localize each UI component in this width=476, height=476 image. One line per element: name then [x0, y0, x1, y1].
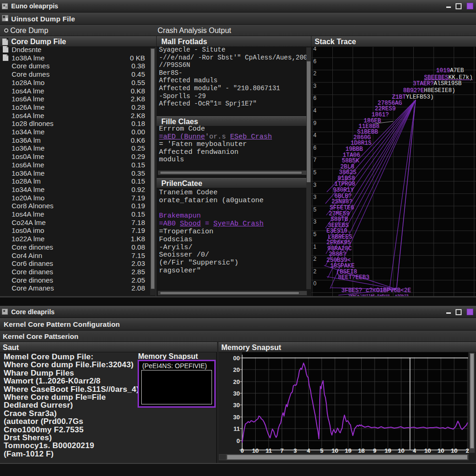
svg-text:8B92?EH8ESEIE8): 8B92?EH8ESEIE8)	[403, 87, 456, 94]
svg-text:22RES9: 22RES9	[375, 106, 396, 112]
svg-text:930R1Y: 930R1Y	[333, 187, 354, 193]
svg-text:0: 0	[237, 437, 240, 444]
svg-text:3: 3	[313, 182, 317, 188]
svg-text:9: 9	[313, 120, 317, 126]
svg-text:30: 30	[233, 390, 240, 397]
svg-text:1861?: 1861?	[371, 112, 389, 118]
svg-text:1019A7EB: 1019A7EB	[436, 67, 464, 74]
svg-text:SFFETE6: SFFETE6	[330, 205, 354, 211]
svg-text:7: 7	[313, 157, 317, 163]
svg-text:4: 4	[313, 132, 317, 139]
svg-text:6: 6	[313, 95, 317, 101]
svg-text:4: 4	[313, 107, 317, 114]
svg-text:Z1BTYLEFB53): Z1BTYLEFB53)	[392, 94, 434, 100]
svg-text:2SN88?: 2SN88?	[331, 198, 352, 205]
svg-text:1: 1	[313, 244, 317, 250]
svg-text:3TAER?AlSR19SB: 3TAER?AlSR19SB	[413, 80, 462, 87]
svg-text:E3ES19.: E3ES19.	[326, 228, 351, 234]
svg-text:2FR6K95: 2FR6K95	[326, 239, 351, 246]
svg-text:1D8R1S: 1D8R1S	[350, 140, 371, 146]
svg-text:4: 4	[313, 47, 317, 52]
svg-text:6: 6	[313, 145, 317, 151]
svg-text:6: 6	[313, 58, 317, 65]
svg-text:5: 5	[313, 169, 317, 176]
svg-text:3882S: 3882S	[339, 169, 357, 176]
svg-text:00: 00	[233, 355, 240, 362]
svg-text:58B5K: 58B5K	[342, 158, 359, 164]
svg-text:20: 20	[233, 366, 240, 373]
svg-text:2: 2	[313, 70, 317, 77]
svg-text:5: 5	[313, 231, 317, 238]
svg-text:5: 5	[313, 206, 317, 213]
svg-text:19BBB: 19BBB	[345, 146, 363, 152]
svg-text:30: 30	[233, 402, 240, 409]
svg-text:18SPAKE: 18SPAKE	[330, 263, 355, 269]
svg-text:2888?: 2888?	[329, 251, 346, 258]
svg-text:20: 20	[233, 378, 240, 385]
svg-text:3: 3	[313, 218, 317, 225]
svg-text:3: 3	[313, 83, 317, 89]
svg-text:2: 2	[313, 256, 317, 262]
svg-text:0: 0	[313, 280, 317, 287]
svg-text:11: 11	[233, 425, 240, 432]
svg-text:1TPRO8: 1TPRO8	[334, 181, 355, 187]
svg-text:2: 2	[313, 268, 317, 275]
svg-text:S88TB: S88TB	[331, 216, 348, 223]
svg-text:3FBES? c?<O1BPv6B<2E: 3FBES? c?<O1BPv6B<2E	[341, 287, 411, 294]
svg-text:SBEEBESKK.E7k): SBEEBESKK.E7k)	[424, 74, 473, 81]
svg-text:3: 3	[313, 194, 317, 200]
svg-text:30: 30	[233, 414, 240, 421]
svg-text:8EET?EEB3: 8EET?EEB3	[338, 274, 370, 281]
